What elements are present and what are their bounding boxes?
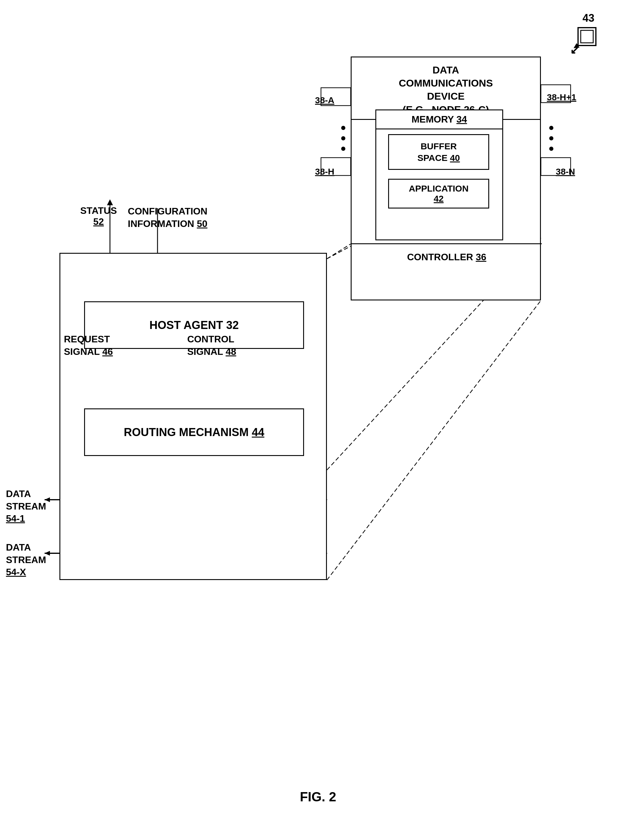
patent-icon-svg — [576, 26, 600, 50]
buffer-box: BUFFER SPACE 40 — [388, 134, 489, 170]
memory-section: MEMORY 34 BUFFER SPACE 40 APPLICATION 42 — [375, 109, 503, 240]
svg-line-3 — [327, 300, 541, 580]
host-box: HOST AGENT 32 ROUTING MECHANISM 44 — [60, 253, 327, 580]
patent-icon-number: 43 — [582, 12, 594, 24]
svg-marker-7 — [107, 199, 113, 205]
controller-section: CONTROLLER 36 — [351, 243, 542, 270]
host-agent-title: HOST AGENT 32 — [150, 319, 239, 332]
application-title: APPLICATION 42 — [409, 183, 468, 204]
svg-rect-38 — [581, 30, 593, 43]
data-stream-1-label: DATA STREAM 54-1 — [6, 488, 46, 525]
data-comm-box: DATA COMMUNICATIONS DEVICE (E.G., NODE 2… — [351, 57, 541, 300]
routing-box: ROUTING MECHANISM 44 — [84, 408, 304, 456]
svg-point-29 — [341, 147, 345, 151]
control-signal-label: CONTROL SIGNAL 48 — [187, 333, 236, 358]
data-stream-x-label: DATA STREAM 54-X — [6, 542, 46, 578]
svg-point-30 — [549, 126, 553, 130]
patent-arrow-icon: ↙ — [570, 44, 579, 57]
port-38n-label: 38-N — [556, 167, 575, 177]
svg-point-27 — [341, 126, 345, 130]
patent-icon: 43 ↙ — [576, 12, 600, 51]
port-38h-label: 38-H — [315, 167, 334, 177]
config-info-label: CONFIGURATION INFORMATION 50 — [128, 205, 208, 230]
application-box: APPLICATION 42 — [388, 179, 489, 208]
svg-point-31 — [549, 136, 553, 141]
port-38a-label: 38-A — [315, 95, 334, 105]
svg-point-28 — [341, 136, 345, 141]
request-signal-label: REQUEST SIGNAL 46 — [64, 333, 113, 358]
diagram-container: 43 ↙ DATA COMMUNICATIONS DEVICE (E.G., N… — [0, 0, 636, 840]
status-label: STATUS 52 — [80, 205, 117, 227]
port-38h1-label: 38-H+1 — [547, 92, 576, 102]
svg-line-2 — [327, 244, 351, 259]
buffer-title: BUFFER SPACE 40 — [417, 141, 460, 164]
figure-label: FIG. 2 — [300, 789, 336, 804]
memory-title: MEMORY 34 — [376, 111, 502, 129]
routing-title: ROUTING MECHANISM 44 — [124, 426, 264, 439]
controller-title: CONTROLLER 36 — [407, 252, 486, 263]
svg-point-32 — [549, 147, 553, 151]
